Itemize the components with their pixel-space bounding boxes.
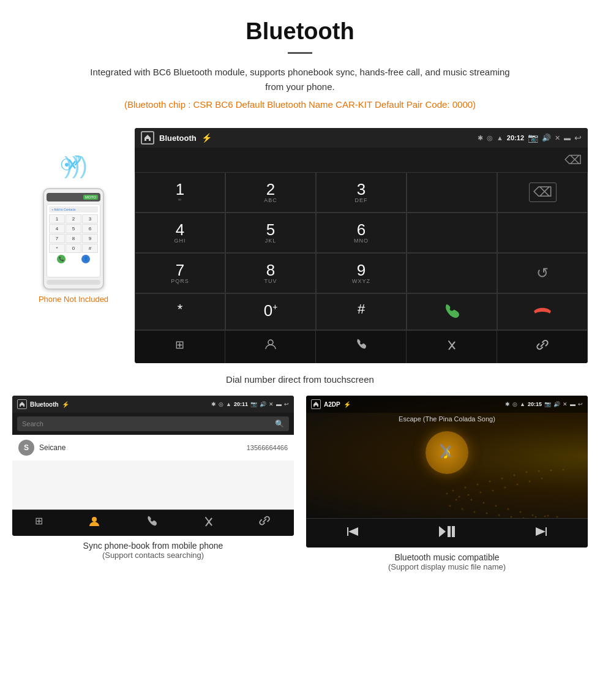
key-empty-2 xyxy=(407,213,497,253)
key-3[interactable]: 3 DEF xyxy=(316,172,407,213)
dial-btn-link[interactable] xyxy=(497,331,588,363)
dial-btn-bluetooth[interactable] xyxy=(407,331,497,363)
pb-bt-btn[interactable] xyxy=(204,515,214,531)
wifi-status-icon: ▲ xyxy=(497,134,503,141)
backspace-button[interactable]: ⌫ xyxy=(564,152,582,167)
key-refresh[interactable]: ↺ xyxy=(497,253,588,293)
phonebook-caption-sub: (Support contacts searching) xyxy=(102,551,204,560)
svg-point-24 xyxy=(462,508,463,510)
svg-point-11 xyxy=(501,478,503,480)
location-icon: ◎ xyxy=(487,134,493,142)
pb-home-icon[interactable] xyxy=(17,399,27,409)
svg-point-32 xyxy=(511,516,512,518)
pb-bt-icon xyxy=(204,515,214,529)
dial-keypad: 1 ∞ 2 ABC 3 DEF ⌫ 4 GHI xyxy=(135,172,588,330)
back-icon: ↩ xyxy=(574,133,582,143)
key-call[interactable] xyxy=(407,293,497,330)
contact-row: S Seicane 13566664466 xyxy=(12,435,294,461)
pb-phone-icon xyxy=(146,515,158,527)
phone-key-star: * xyxy=(49,244,65,253)
phone-dial-grid: 1 2 3 4 5 6 7 8 9 * 0 # xyxy=(49,214,98,253)
key-2[interactable]: 2 ABC xyxy=(225,172,316,213)
call-icon xyxy=(443,303,461,321)
svg-point-31 xyxy=(504,487,506,489)
dial-btn-contacts[interactable] xyxy=(225,331,316,363)
music-caption-main: Bluetooth music compatible xyxy=(394,552,499,562)
play-pause-icon xyxy=(438,525,456,538)
phone-key-6: 6 xyxy=(82,224,98,233)
svg-point-13 xyxy=(514,475,516,476)
phone-home-button xyxy=(47,280,100,285)
next-btn[interactable] xyxy=(534,525,548,541)
svg-point-17 xyxy=(538,470,540,472)
key-empty-4 xyxy=(407,253,497,293)
svg-point-8 xyxy=(483,502,485,504)
music-caption-sub: (Support display music file name) xyxy=(388,562,506,571)
page-description: Integrated with BC6 Bluetooth module, su… xyxy=(86,65,514,94)
pb-time: 20:11 xyxy=(234,401,248,407)
home-icon[interactable] xyxy=(141,131,154,145)
svg-point-12 xyxy=(508,508,509,510)
bluetooth-status-icon: ✱ xyxy=(478,134,483,142)
key-4[interactable]: 4 GHI xyxy=(135,213,225,253)
search-placeholder: Search xyxy=(22,420,43,427)
phone-contact-btn: 👤 xyxy=(81,255,90,263)
svg-point-15 xyxy=(526,472,528,473)
next-icon xyxy=(534,525,548,538)
dial-screen-title: Bluetooth xyxy=(159,134,197,143)
svg-point-1 xyxy=(92,517,97,522)
signal-icon xyxy=(72,156,91,174)
svg-point-7 xyxy=(477,484,479,486)
play-pause-btn[interactable] xyxy=(438,525,456,541)
key-backspace[interactable]: ⌫ xyxy=(497,172,588,213)
phone-illustration: ))) ⦿ MOTO xyxy=(12,128,135,304)
key-6[interactable]: 6 MNO xyxy=(316,213,407,253)
svg-rect-43 xyxy=(452,526,455,537)
pb-contacts-btn[interactable] xyxy=(88,515,100,531)
svg-rect-42 xyxy=(448,526,451,537)
pb-link-btn[interactable] xyxy=(259,515,271,531)
key-0[interactable]: 0+ xyxy=(225,293,316,330)
phonebook-caption-main: Sync phone-book from mobile phone xyxy=(83,541,223,551)
pb-grid-btn[interactable]: ⊞ xyxy=(35,515,43,531)
svg-marker-40 xyxy=(348,527,358,536)
key-5[interactable]: 5 JKL xyxy=(225,213,316,253)
key-7[interactable]: 7 PQRS xyxy=(135,253,225,293)
key-hash[interactable]: # xyxy=(316,293,407,330)
phone-key-3: 3 xyxy=(82,214,98,224)
svg-point-21 xyxy=(563,469,564,471)
contact-name: Seicane xyxy=(39,443,66,452)
page-title: Bluetooth xyxy=(12,18,588,45)
phone-key-5: 5 xyxy=(66,224,81,233)
dial-btn-phone[interactable] xyxy=(316,331,407,363)
svg-marker-39 xyxy=(347,527,348,536)
pb-home-svg xyxy=(19,401,25,407)
bt-icon xyxy=(446,338,457,353)
phone-call-btn: 📞 xyxy=(57,255,66,263)
music-home-icon[interactable] xyxy=(311,399,321,409)
pb-call-btn[interactable] xyxy=(146,515,158,531)
svg-point-35 xyxy=(529,481,531,483)
dial-btn-grid[interactable]: ⊞ xyxy=(135,331,225,363)
svg-point-3 xyxy=(452,490,454,492)
music-screen: A2DP ⚡ ✱◎▲ 20:15 📷🔊✕▬↩ Escape (The Pina … xyxy=(306,396,588,548)
pb-contacts-icon xyxy=(88,515,100,527)
prev-btn[interactable] xyxy=(346,525,359,541)
bt-overlay-icon xyxy=(437,440,455,465)
key-8[interactable]: 8 TUV xyxy=(225,253,316,293)
key-1[interactable]: 1 ∞ xyxy=(135,172,225,213)
phone-key-9: 9 xyxy=(82,234,98,243)
search-box[interactable]: Search 🔍 xyxy=(17,416,289,431)
dial-caption: Dial number direct from touchscreen xyxy=(226,374,374,385)
svg-point-37 xyxy=(541,478,543,480)
key-star[interactable]: * xyxy=(135,293,225,330)
svg-point-30 xyxy=(498,514,500,516)
svg-marker-45 xyxy=(536,527,546,536)
key-end-call[interactable] xyxy=(497,293,588,330)
key-9[interactable]: 9 WXYZ xyxy=(316,253,407,293)
contact-avatar: S xyxy=(18,440,34,456)
phone-screen: + Add to Contacts 1 2 3 4 5 6 7 8 9 * 0 xyxy=(47,204,100,277)
svg-point-4 xyxy=(459,496,460,498)
contact-phone: 13566664466 xyxy=(247,444,288,451)
pb-title: Bluetooth xyxy=(30,401,59,408)
